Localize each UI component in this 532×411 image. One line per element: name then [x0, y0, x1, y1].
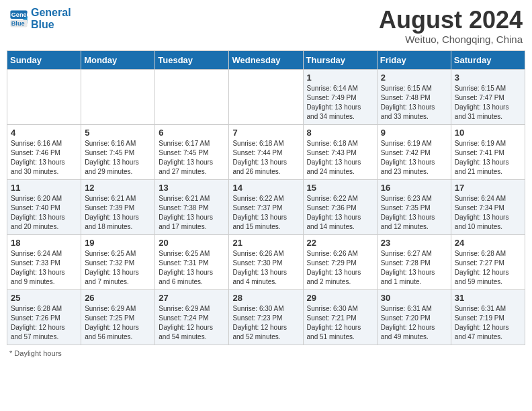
- day-info: Sunrise: 6:15 AM Sunset: 7:48 PM Dayligh…: [381, 84, 447, 122]
- footer-note: * Daylight hours: [7, 349, 525, 357]
- day-number: 4: [11, 128, 77, 138]
- day-info: Sunrise: 6:14 AM Sunset: 7:49 PM Dayligh…: [307, 84, 373, 122]
- calendar-week-row: 1Sunrise: 6:14 AM Sunset: 7:49 PM Daylig…: [7, 69, 525, 124]
- day-number: 23: [381, 238, 447, 248]
- title-area: August 2024 Weituo, Chongqing, China: [379, 7, 523, 45]
- day-number: 10: [455, 128, 521, 138]
- calendar-cell: 29Sunrise: 6:30 AM Sunset: 7:21 PM Dayli…: [303, 289, 377, 345]
- calendar-cell: 22Sunrise: 6:26 AM Sunset: 7:29 PM Dayli…: [303, 234, 377, 289]
- day-number: 13: [159, 183, 225, 193]
- calendar-cell: 15Sunrise: 6:22 AM Sunset: 7:36 PM Dayli…: [303, 179, 377, 234]
- calendar-week-row: 25Sunrise: 6:28 AM Sunset: 7:26 PM Dayli…: [7, 289, 525, 345]
- calendar-cell: 13Sunrise: 6:21 AM Sunset: 7:38 PM Dayli…: [155, 179, 229, 234]
- day-number: 16: [381, 183, 447, 193]
- day-number: 11: [11, 183, 77, 193]
- day-info: Sunrise: 6:21 AM Sunset: 7:39 PM Dayligh…: [85, 194, 151, 232]
- day-number: 28: [232, 293, 299, 303]
- day-number: 7: [232, 128, 299, 138]
- day-info: Sunrise: 6:29 AM Sunset: 7:25 PM Dayligh…: [85, 304, 151, 342]
- day-info: Sunrise: 6:29 AM Sunset: 7:24 PM Dayligh…: [159, 304, 225, 342]
- calendar-cell: 27Sunrise: 6:29 AM Sunset: 7:24 PM Dayli…: [155, 289, 229, 345]
- calendar-cell: 9Sunrise: 6:19 AM Sunset: 7:42 PM Daylig…: [377, 124, 451, 179]
- calendar-cell: 23Sunrise: 6:27 AM Sunset: 7:28 PM Dayli…: [377, 234, 451, 289]
- header: General Blue General Blue August 2024 We…: [7, 7, 525, 45]
- day-number: 12: [85, 183, 151, 193]
- calendar-cell: 16Sunrise: 6:23 AM Sunset: 7:35 PM Dayli…: [377, 179, 451, 234]
- day-info: Sunrise: 6:24 AM Sunset: 7:33 PM Dayligh…: [11, 249, 77, 287]
- calendar-cell: 28Sunrise: 6:30 AM Sunset: 7:23 PM Dayli…: [229, 289, 303, 345]
- day-number: 31: [455, 293, 521, 303]
- calendar-cell: 26Sunrise: 6:29 AM Sunset: 7:25 PM Dayli…: [81, 289, 155, 345]
- day-info: Sunrise: 6:25 AM Sunset: 7:31 PM Dayligh…: [159, 249, 225, 287]
- logo-text-line1: General: [31, 7, 71, 19]
- day-info: Sunrise: 6:20 AM Sunset: 7:40 PM Dayligh…: [11, 194, 77, 232]
- calendar-week-row: 18Sunrise: 6:24 AM Sunset: 7:33 PM Dayli…: [7, 234, 525, 289]
- col-header-wednesday: Wednesday: [229, 50, 303, 69]
- calendar-cell: [155, 69, 229, 124]
- calendar-cell: 10Sunrise: 6:19 AM Sunset: 7:41 PM Dayli…: [451, 124, 525, 179]
- day-number: 26: [85, 293, 151, 303]
- calendar-cell: [81, 69, 155, 124]
- day-number: 22: [307, 238, 373, 248]
- day-number: 3: [455, 73, 521, 83]
- day-info: Sunrise: 6:22 AM Sunset: 7:36 PM Dayligh…: [307, 194, 373, 232]
- day-number: 25: [11, 293, 77, 303]
- col-header-thursday: Thursday: [303, 50, 377, 69]
- calendar-cell: 24Sunrise: 6:28 AM Sunset: 7:27 PM Dayli…: [451, 234, 525, 289]
- day-info: Sunrise: 6:28 AM Sunset: 7:26 PM Dayligh…: [11, 304, 77, 342]
- day-number: 18: [11, 238, 77, 248]
- calendar-cell: 7Sunrise: 6:18 AM Sunset: 7:44 PM Daylig…: [229, 124, 303, 179]
- calendar-cell: 1Sunrise: 6:14 AM Sunset: 7:49 PM Daylig…: [303, 69, 377, 124]
- calendar-cell: 14Sunrise: 6:22 AM Sunset: 7:37 PM Dayli…: [229, 179, 303, 234]
- calendar-cell: 2Sunrise: 6:15 AM Sunset: 7:48 PM Daylig…: [377, 69, 451, 124]
- day-number: 20: [159, 238, 225, 248]
- day-number: 30: [381, 293, 447, 303]
- col-header-sunday: Sunday: [7, 50, 81, 69]
- day-info: Sunrise: 6:18 AM Sunset: 7:43 PM Dayligh…: [307, 139, 373, 177]
- calendar-cell: 4Sunrise: 6:16 AM Sunset: 7:46 PM Daylig…: [7, 124, 81, 179]
- day-info: Sunrise: 6:30 AM Sunset: 7:23 PM Dayligh…: [232, 304, 299, 342]
- calendar-cell: 31Sunrise: 6:31 AM Sunset: 7:19 PM Dayli…: [451, 289, 525, 345]
- day-info: Sunrise: 6:23 AM Sunset: 7:35 PM Dayligh…: [381, 194, 447, 232]
- day-info: Sunrise: 6:19 AM Sunset: 7:41 PM Dayligh…: [455, 139, 521, 177]
- calendar-cell: 19Sunrise: 6:25 AM Sunset: 7:32 PM Dayli…: [81, 234, 155, 289]
- svg-text:Blue: Blue: [11, 19, 25, 26]
- day-info: Sunrise: 6:16 AM Sunset: 7:45 PM Dayligh…: [85, 139, 151, 177]
- daylight-label: Daylight hours: [14, 349, 61, 357]
- day-number: 17: [455, 183, 521, 193]
- day-number: 15: [307, 183, 373, 193]
- day-info: Sunrise: 6:21 AM Sunset: 7:38 PM Dayligh…: [159, 194, 225, 232]
- calendar-week-row: 11Sunrise: 6:20 AM Sunset: 7:40 PM Dayli…: [7, 179, 525, 234]
- day-number: 5: [85, 128, 151, 138]
- day-info: Sunrise: 6:19 AM Sunset: 7:42 PM Dayligh…: [381, 139, 447, 177]
- day-info: Sunrise: 6:18 AM Sunset: 7:44 PM Dayligh…: [232, 139, 299, 177]
- day-info: Sunrise: 6:26 AM Sunset: 7:30 PM Dayligh…: [232, 249, 299, 287]
- day-info: Sunrise: 6:17 AM Sunset: 7:45 PM Dayligh…: [159, 139, 225, 177]
- day-number: 9: [381, 128, 447, 138]
- day-info: Sunrise: 6:26 AM Sunset: 7:29 PM Dayligh…: [307, 249, 373, 287]
- calendar-header-row: SundayMondayTuesdayWednesdayThursdayFrid…: [7, 50, 525, 69]
- calendar-cell: 12Sunrise: 6:21 AM Sunset: 7:39 PM Dayli…: [81, 179, 155, 234]
- day-number: 27: [159, 293, 225, 303]
- day-info: Sunrise: 6:28 AM Sunset: 7:27 PM Dayligh…: [455, 249, 521, 287]
- col-header-monday: Monday: [81, 50, 155, 69]
- calendar-week-row: 4Sunrise: 6:16 AM Sunset: 7:46 PM Daylig…: [7, 124, 525, 179]
- calendar-cell: [7, 69, 81, 124]
- calendar-cell: 17Sunrise: 6:24 AM Sunset: 7:34 PM Dayli…: [451, 179, 525, 234]
- calendar-cell: 5Sunrise: 6:16 AM Sunset: 7:45 PM Daylig…: [81, 124, 155, 179]
- day-number: 1: [307, 73, 373, 83]
- calendar-cell: 30Sunrise: 6:31 AM Sunset: 7:20 PM Dayli…: [377, 289, 451, 345]
- logo: General Blue General Blue: [9, 7, 71, 30]
- col-header-friday: Friday: [377, 50, 451, 69]
- calendar-cell: 3Sunrise: 6:15 AM Sunset: 7:47 PM Daylig…: [451, 69, 525, 124]
- location: Weituo, Chongqing, China: [379, 34, 523, 45]
- calendar-cell: 6Sunrise: 6:17 AM Sunset: 7:45 PM Daylig…: [155, 124, 229, 179]
- calendar-table: SundayMondayTuesdayWednesdayThursdayFrid…: [7, 50, 525, 345]
- logo-text-line2: Blue: [31, 19, 71, 31]
- calendar-cell: 8Sunrise: 6:18 AM Sunset: 7:43 PM Daylig…: [303, 124, 377, 179]
- svg-text:General: General: [11, 11, 28, 18]
- month-year: August 2024: [379, 7, 523, 34]
- col-header-saturday: Saturday: [451, 50, 525, 69]
- day-number: 24: [455, 238, 521, 248]
- day-number: 2: [381, 73, 447, 83]
